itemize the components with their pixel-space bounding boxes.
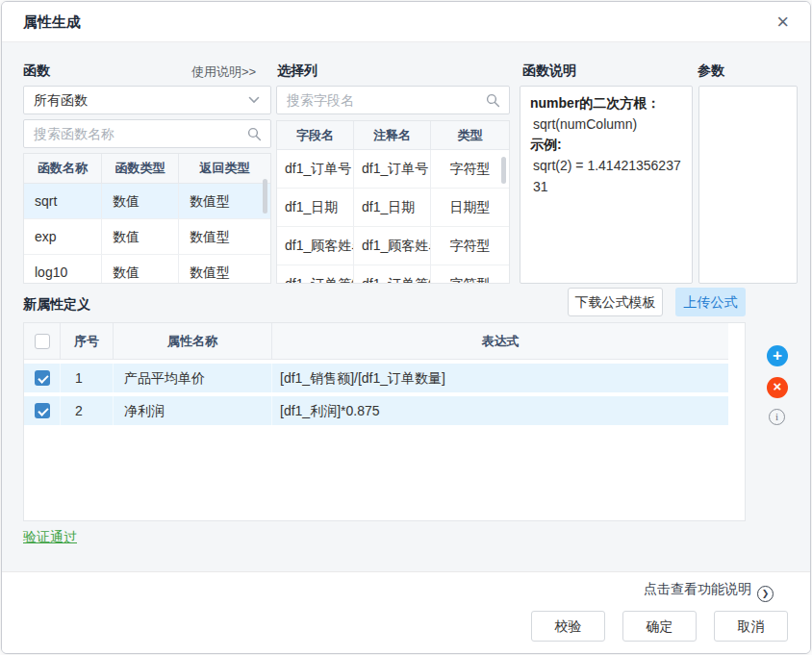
attribute-row[interactable]: 2 净利润 [df1_利润]*0.875 <box>24 396 728 425</box>
table-row[interactable]: df1_顾客姓名 df1_顾客姓名 字符型 <box>277 227 509 265</box>
attribute-generation-dialog: 属性生成 × 函数 使用说明>> 选择列 函数说明 参数 所有函数 函数名称 函… <box>1 1 811 654</box>
verify-button[interactable]: 校验 <box>531 611 605 642</box>
description-title: number的二次方根： <box>530 93 682 114</box>
attribute-table-header: 序号 属性名称 表达式 <box>24 323 728 360</box>
download-formula-template-button[interactable]: 下载公式模板 <box>568 288 663 316</box>
select-column-label: 选择列 <box>277 63 317 80</box>
info-icon[interactable]: i <box>769 409 785 425</box>
example-label: 示例: <box>530 135 682 156</box>
column-header: 注释名 <box>354 121 431 149</box>
function-category-select[interactable]: 所有函数 <box>23 86 271 114</box>
scrollbar-thumb[interactable] <box>263 179 267 214</box>
new-attribute-label: 新属性定义 <box>23 296 90 314</box>
column-search-input[interactable] <box>277 87 476 113</box>
parameters-label: 参数 <box>698 63 724 80</box>
column-header: 返回类型 <box>179 154 270 183</box>
upload-formula-button[interactable]: 上传公式 <box>675 288 746 316</box>
dialog-title: 属性生成 <box>23 13 81 32</box>
column-header: 字段名 <box>277 121 354 149</box>
column-header: 函数类型 <box>102 154 179 183</box>
attribute-row[interactable]: 1 产品平均单价 [df1_销售额]/[df1_订单数量] <box>24 364 728 392</box>
function-table-header: 函数名称 函数类型 返回类型 <box>24 154 270 184</box>
search-icon <box>486 93 500 108</box>
column-header: 类型 <box>431 121 509 149</box>
delete-row-icon[interactable]: × <box>767 377 788 398</box>
add-row-icon[interactable]: + <box>767 345 788 366</box>
select-all-checkbox[interactable] <box>35 334 50 349</box>
column-table: 字段名 注释名 类型 df1_订单号 df1_订单号 字符型 df1_日期 df… <box>276 120 510 284</box>
function-description-panel: number的二次方根： sqrt(numColumn) 示例: sqrt(2)… <box>520 86 693 284</box>
column-header: 属性名称 <box>114 323 272 359</box>
function-search-input[interactable] <box>24 120 238 147</box>
function-description-label: 函数说明 <box>522 63 576 80</box>
description-syntax: sqrt(numColumn) <box>530 114 682 136</box>
validation-status-link[interactable]: 验证通过 <box>23 529 77 546</box>
function-category-value: 所有函数 <box>34 92 88 108</box>
usage-instructions-link[interactable]: 使用说明>> <box>191 63 256 81</box>
cancel-button[interactable]: 取消 <box>714 611 788 642</box>
table-row[interactable]: exp 数值 数值型 <box>24 219 270 255</box>
example-value: sqrt(2) = 1.4142135623731 <box>530 156 682 197</box>
attribute-table: 序号 属性名称 表达式 1 产品平均单价 [df1_销售额]/[df1_订单数量… <box>23 322 746 521</box>
dialog-titlebar: 属性生成 × <box>2 2 810 42</box>
function-section-label: 函数 <box>23 63 50 80</box>
table-row[interactable]: sqrt 数值 数值型 <box>24 184 270 219</box>
scrollbar-thumb[interactable] <box>501 157 506 184</box>
column-header: 函数名称 <box>24 154 102 183</box>
column-header: 表达式 <box>272 323 728 359</box>
function-table: 函数名称 函数类型 返回类型 sqrt 数值 数值型 exp 数值 数值型 lo… <box>23 153 271 284</box>
row-checkbox[interactable] <box>35 403 50 418</box>
column-header: 序号 <box>61 323 114 359</box>
table-row[interactable]: df1_订单号 df1_订单号 字符型 <box>277 150 509 189</box>
column-search-box <box>276 86 510 114</box>
ok-button[interactable]: 确定 <box>622 611 697 642</box>
column-table-header: 字段名 注释名 类型 <box>277 121 509 150</box>
help-arrow-icon: ❯ <box>757 586 774 602</box>
table-row[interactable]: df1_订单等级 df1_订单等级 字符型 <box>277 265 509 284</box>
table-row[interactable]: df1_日期 df1_日期 日期型 <box>277 189 509 227</box>
table-row[interactable]: log10 数值 数值型 <box>24 255 270 284</box>
parameters-panel <box>698 86 798 284</box>
row-checkbox[interactable] <box>35 370 50 386</box>
dialog-footer: 点击查看功能说明❯ 校验 确定 取消 <box>2 571 810 654</box>
close-icon[interactable]: × <box>776 9 789 36</box>
help-link[interactable]: 点击查看功能说明❯ <box>644 581 774 602</box>
function-search-box <box>23 119 271 148</box>
chevron-down-icon <box>248 96 260 104</box>
search-icon <box>247 127 262 141</box>
